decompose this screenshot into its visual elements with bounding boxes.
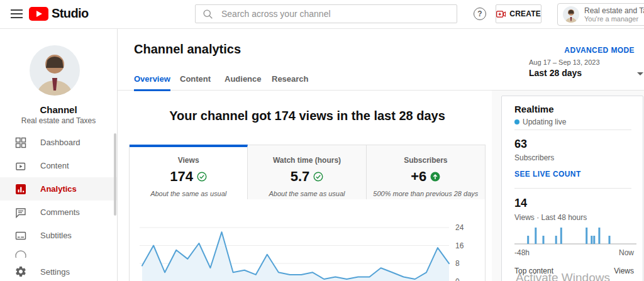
advanced-mode-link[interactable]: ADVANCED MODE (564, 46, 635, 55)
metric-note: 500% more than previous 28 days (367, 190, 485, 197)
axis-label-start: -48h (514, 248, 530, 257)
sidebar-scrollbar[interactable] (114, 133, 116, 216)
metric-label: Watch time (hours) (248, 156, 365, 165)
realtime-subscribers-value: 63 (514, 138, 527, 151)
metric-value: 174 (170, 168, 193, 185)
sidebar-item-label: Subtitles (40, 231, 72, 240)
comments-icon (14, 206, 27, 219)
realtime-subscribers-label: Subscribers (514, 153, 554, 162)
overview-headline: Your channel got 174 views in the last 2… (129, 109, 486, 123)
date-range-picker[interactable]: Aug 17 – Sep 13, 2023 Last 28 days (529, 58, 636, 78)
search-icon (203, 9, 213, 19)
divider (514, 129, 631, 130)
svg-text:24: 24 (455, 223, 464, 232)
realtime-status-text: Updating live (523, 118, 566, 126)
metric-cells: Views 174 About the same as usual Watch … (130, 145, 485, 199)
youtube-logo-icon (29, 7, 48, 21)
video-create-icon (496, 9, 506, 19)
create-button[interactable]: CREATE (496, 4, 541, 23)
sidebar-nav: Dashboard Content Analytics (0, 131, 117, 247)
sidebar-item-label: Settings (40, 267, 70, 277)
metric-card-views[interactable]: Views 174 About the same as usual (130, 145, 248, 199)
content-icon (14, 160, 27, 172)
account-role: You're a manager (584, 15, 644, 23)
tab-overview[interactable]: Overview (134, 74, 170, 91)
studio-logo-text: Studio (52, 6, 89, 21)
metric-card-watch-time[interactable]: Watch time (hours) 5.7 About the same as… (248, 145, 366, 199)
channel-subtitle: Real estate and Taxes (0, 116, 117, 125)
tab-research[interactable]: Research (272, 74, 309, 89)
copyright-icon (14, 248, 27, 258)
svg-text:16: 16 (455, 241, 464, 250)
sidebar-item-analytics[interactable]: Analytics (0, 177, 117, 201)
analytics-icon (14, 183, 27, 196)
sidebar-item-comments[interactable]: Comments (0, 201, 117, 224)
metric-label: Subscribers (367, 156, 485, 165)
account-name: Real estate and Taxes (584, 6, 644, 15)
sidebar-item-label: Dashboard (40, 138, 80, 147)
divider (514, 188, 631, 189)
tab-audience[interactable]: Audience (225, 74, 262, 89)
sidebar-item-label: Content (40, 161, 69, 170)
account-chip[interactable]: Real estate and Taxes You're a manager (557, 3, 644, 26)
axis-label-end: Now (619, 248, 634, 257)
hamburger-menu-icon[interactable] (11, 9, 23, 18)
subtitles-icon (14, 229, 27, 242)
activate-windows-watermark: Activate Windows (516, 271, 610, 281)
realtime-card: Realtime Updating live 63 Subscribers SE… (501, 96, 643, 281)
realtime-views-label: Views · Last 48 hours (514, 213, 587, 222)
live-dot-icon (514, 119, 519, 124)
sidebar-item-settings[interactable]: Settings (0, 262, 117, 281)
sidebar-item-subtitles[interactable]: Subtitles (0, 224, 117, 247)
check-circle-icon (197, 172, 207, 182)
channel-avatar[interactable] (30, 45, 80, 96)
sidebar-item-content[interactable]: Content (0, 154, 117, 177)
metric-card-subscribers[interactable]: Subscribers +6 500% more than previous 2… (367, 145, 485, 199)
account-avatar (563, 6, 579, 23)
studio-logo[interactable]: Studio (29, 6, 89, 21)
svg-text:8: 8 (455, 259, 460, 268)
tab-content[interactable]: Content (180, 74, 211, 89)
metric-value: 5.7 (291, 168, 310, 185)
channel-name: Channel (0, 104, 117, 115)
see-live-count-link[interactable]: SEE LIVE COUNT (514, 170, 581, 179)
top-bar: Studio ? CREATE (0, 0, 644, 29)
help-icon[interactable]: ? (474, 8, 486, 20)
chevron-down-icon (637, 72, 643, 75)
main-content: Channel analytics ADVANCED MODE Overview… (118, 28, 644, 281)
gear-icon (14, 265, 27, 278)
date-preset-text: Last 28 days (529, 68, 636, 78)
metric-note: About the same as usual (130, 190, 247, 197)
realtime-status: Updating live (514, 118, 566, 126)
date-range-text: Aug 17 – Sep 13, 2023 (529, 58, 636, 66)
metrics-chart-card: Views 174 About the same as usual Watch … (129, 145, 486, 281)
metric-note: About the same as usual (248, 190, 365, 197)
svg-text:0: 0 (455, 277, 460, 281)
youtube-studio-app: Studio ? CREATE (0, 0, 644, 281)
sidebar-item-dashboard[interactable]: Dashboard (0, 131, 117, 154)
sidebar-item-label: Analytics (40, 184, 77, 194)
page-title: Channel analytics (134, 42, 241, 57)
realtime-axis-labels: -48h Now (514, 248, 634, 257)
realtime-views-value: 14 (514, 197, 527, 210)
sidebar: Channel Real estate and Taxes Dashboard … (0, 28, 118, 281)
create-button-label: CREATE (509, 9, 541, 18)
realtime-title: Realtime (514, 104, 554, 114)
top-content-views-label: Views (614, 267, 634, 275)
realtime-bar-chart (514, 224, 636, 246)
metric-value: +6 (411, 168, 426, 185)
search-bar[interactable] (195, 4, 457, 23)
search-input[interactable] (220, 8, 457, 19)
arrow-up-circle-icon (430, 172, 440, 182)
dashboard-icon (14, 136, 27, 149)
views-line-chart[interactable]: 241680 (130, 207, 486, 281)
metric-label: Views (130, 156, 247, 165)
sidebar-item-label: Comments (40, 207, 80, 217)
sidebar-item-copyright-partial[interactable] (14, 248, 27, 258)
check-circle-icon (313, 172, 323, 182)
